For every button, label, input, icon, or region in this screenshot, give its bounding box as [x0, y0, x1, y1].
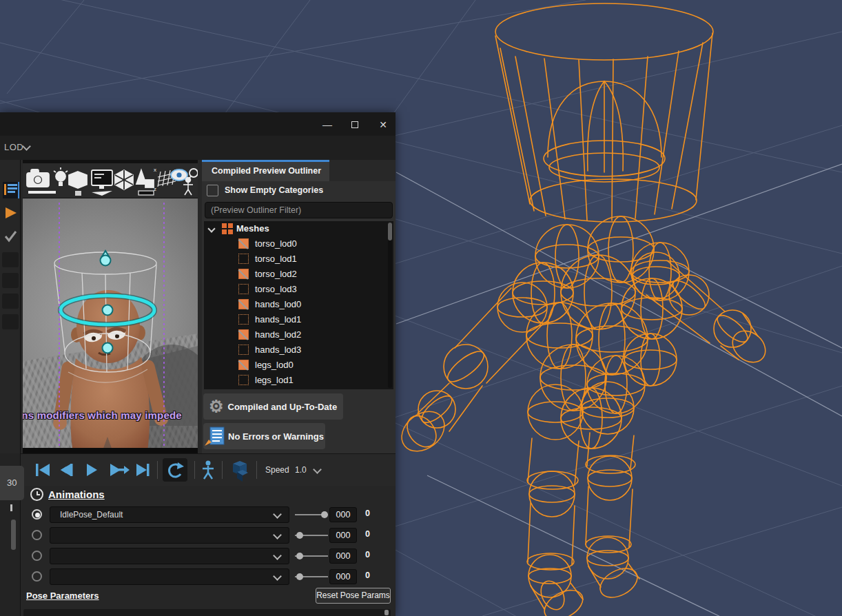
tree-item[interactable]: hands_lod2: [204, 327, 393, 342]
speed-label: Speed: [265, 465, 289, 475]
bottom-list-strip: [23, 609, 391, 616]
pose-parameters-row: Pose Parameters Reset Pose Params: [21, 585, 396, 608]
chevron-down-icon[interactable]: [207, 225, 215, 232]
tree-item[interactable]: hands_lod3: [204, 342, 393, 358]
outliner-panel: Compiled Preview Outliner Show Empty Cat…: [202, 160, 396, 453]
mesh-visibility-icon[interactable]: [238, 254, 249, 264]
left-mini-toolbar: [0, 160, 21, 453]
animation-select[interactable]: [50, 548, 289, 564]
outliner-tabbar: Compiled Preview Outliner: [202, 160, 396, 181]
mesh-visibility-icon[interactable]: [238, 329, 249, 340]
outliner-filter-input[interactable]: (Preview Outliner Filter): [205, 202, 393, 218]
log-document-icon: [203, 426, 227, 446]
play-button[interactable]: [87, 464, 97, 476]
minimize-button[interactable]: —: [317, 116, 338, 133]
tree-root-meshes[interactable]: Meshes: [204, 221, 393, 236]
chevron-down-icon: [273, 510, 282, 519]
show-empty-categories-row[interactable]: Show Empty Categories: [202, 181, 396, 201]
tree-item[interactable]: torso_lod1: [204, 251, 393, 267]
loop-button[interactable]: [163, 458, 187, 482]
magnifier-icon[interactable]: [187, 169, 198, 181]
animation-radio[interactable]: [32, 509, 42, 520]
outliner-tree-icon[interactable]: [1, 181, 19, 198]
svg-text:x: x: [154, 167, 156, 173]
animation-select[interactable]: [50, 527, 289, 544]
mesh-visibility-icon[interactable]: [238, 238, 249, 249]
tree-item[interactable]: legs_lod0: [204, 358, 393, 373]
animation-weight-value[interactable]: 000: [329, 569, 357, 584]
preview-3d-viewport[interactable]: ins modifiers which may impede: [23, 198, 198, 453]
show-empty-categories-label: Show Empty Categories: [225, 185, 323, 195]
animations-heading[interactable]: Animations: [48, 489, 105, 500]
skip-to-start-button[interactable]: [36, 464, 50, 476]
primitives-axis-icon[interactable]: x z: [136, 167, 156, 195]
bottom-scrollbar-thumb[interactable]: [384, 610, 389, 615]
clipped-value-fragment[interactable]: 30: [0, 466, 24, 500]
animation-select[interactable]: IdlePose_Default: [50, 506, 289, 523]
errors-status-badge[interactable]: No Errors or Warnings: [203, 423, 325, 449]
tree-item[interactable]: hands_lod0: [204, 297, 393, 312]
maximize-button[interactable]: [345, 116, 365, 133]
animation-weight-value[interactable]: 000: [329, 507, 357, 522]
empty-toolbar-slot[interactable]: [2, 252, 19, 267]
animation-weight-value[interactable]: 000: [329, 528, 357, 543]
animation-count: 0: [365, 550, 370, 559]
mesh-visibility-icon[interactable]: [238, 269, 249, 279]
reset-pose-params-button[interactable]: Reset Pose Params: [316, 588, 391, 604]
empty-toolbar-slot[interactable]: [2, 273, 19, 288]
window-titlebar[interactable]: — ✕: [0, 112, 396, 136]
wireframe-sphere-icon[interactable]: [115, 170, 133, 189]
animation-weight-slider[interactable]: [295, 576, 328, 577]
animation-weight-slider[interactable]: [295, 535, 328, 536]
empty-toolbar-slot[interactable]: [2, 294, 19, 309]
tree-item[interactable]: torso_lod2: [204, 267, 393, 282]
tree-scrollbar-thumb[interactable]: [388, 223, 392, 240]
pose-parameters-heading[interactable]: Pose Parameters: [26, 591, 99, 601]
tree-item[interactable]: torso_lod0: [204, 236, 393, 251]
animation-radio[interactable]: [32, 571, 42, 582]
mesh-visibility-icon[interactable]: [238, 314, 249, 325]
character-pose-button[interactable]: [203, 461, 214, 480]
compiled-status-badge[interactable]: ⚙ Compiled and Up-To-Date: [203, 393, 343, 420]
cube-icon[interactable]: [69, 172, 87, 196]
mesh-visibility-icon[interactable]: [238, 299, 249, 309]
animation-row: IdlePose_Default 000 0: [21, 504, 396, 525]
empty-toolbar-slot[interactable]: [2, 314, 19, 329]
animation-row: 000 0: [21, 546, 396, 566]
fragment-tick: [10, 504, 12, 511]
speed-value[interactable]: 1.0: [295, 465, 307, 475]
gear-icon: ⚙: [209, 397, 224, 416]
close-button[interactable]: ✕: [373, 116, 393, 133]
animation-weight-slider[interactable]: [295, 555, 328, 557]
step-back-button[interactable]: [61, 464, 73, 476]
tree-scrollbar[interactable]: [388, 223, 392, 388]
step-forward-button[interactable]: [110, 464, 130, 476]
mesh-visibility-icon[interactable]: [238, 360, 249, 370]
monitor-icon[interactable]: [92, 170, 112, 196]
animation-radio[interactable]: [32, 530, 42, 540]
playback-bar: Speed 1.0: [0, 453, 396, 486]
mesh-visibility-icon[interactable]: [238, 284, 249, 294]
tab-compiled-preview-outliner[interactable]: Compiled Preview Outliner: [202, 160, 329, 181]
skip-to-end-button[interactable]: [136, 464, 150, 476]
mesh-visibility-icon[interactable]: [238, 375, 249, 385]
tree-item[interactable]: torso_lod3: [204, 282, 393, 297]
meshes-icon: [222, 223, 233, 234]
animation-select[interactable]: [50, 568, 289, 585]
lightbulb-icon[interactable]: [54, 167, 68, 186]
mesh-visibility-icon[interactable]: [238, 345, 249, 355]
preview-panel: x z: [23, 160, 198, 453]
svg-text:z: z: [154, 186, 156, 192]
cubes-button[interactable]: [233, 461, 248, 482]
eye-icon[interactable]: [171, 170, 187, 181]
checkmark-icon[interactable]: [1, 227, 19, 245]
animation-weight-slider[interactable]: [295, 514, 328, 515]
animation-radio[interactable]: [32, 551, 42, 561]
tree-item[interactable]: hands_lod1: [204, 312, 393, 327]
animation-weight-value[interactable]: 000: [329, 548, 357, 564]
tree-item[interactable]: legs_lod1: [204, 373, 393, 388]
show-empty-categories-checkbox[interactable]: [207, 185, 218, 196]
left-scrollbar-thumb[interactable]: [11, 520, 16, 550]
orange-arrow-icon[interactable]: [1, 204, 19, 222]
camera-icon[interactable]: [27, 170, 56, 194]
